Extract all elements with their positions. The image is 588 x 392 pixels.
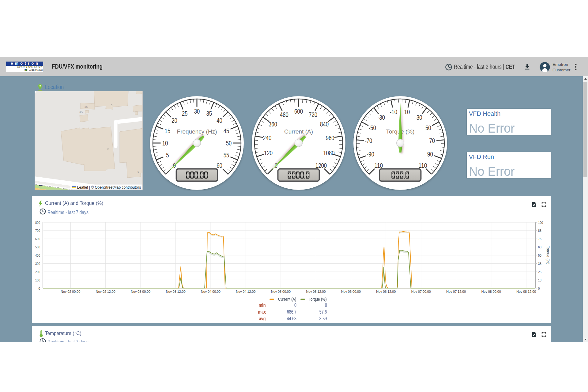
svg-text:110: 110: [419, 162, 427, 169]
svg-text:Frequency (Hz): Frequency (Hz): [177, 128, 217, 135]
svg-text:1200: 1200: [315, 162, 327, 169]
svg-text:50: 50: [425, 124, 431, 132]
svg-text:3C: 3C: [85, 105, 88, 108]
svg-text:960: 960: [326, 134, 334, 142]
svg-text:Nov 03 12:00: Nov 03 12:00: [166, 290, 186, 293]
svg-text:360: 360: [269, 121, 277, 128]
svg-text:-90: -90: [367, 151, 374, 158]
svg-text:88: 88: [538, 229, 541, 232]
svg-text:40: 40: [217, 117, 222, 124]
svg-text:-50: -50: [369, 124, 376, 132]
svg-text:-110: -110: [373, 162, 383, 169]
svg-text:63: 63: [538, 245, 541, 249]
svg-text:5: 5: [166, 152, 169, 159]
svg-text:240: 240: [263, 134, 271, 142]
svg-text:25: 25: [538, 270, 541, 273]
svg-text:50: 50: [226, 140, 232, 147]
svg-text:Nov 08 00:00: Nov 08 00:00: [481, 290, 501, 293]
svg-text:600: 600: [35, 237, 40, 241]
svg-text:Nov 02 12:00: Nov 02 12:00: [96, 290, 115, 293]
svg-text:13: 13: [538, 278, 541, 282]
svg-text:Nov 03 00:00: Nov 03 00:00: [131, 290, 150, 293]
svg-text:300: 300: [35, 262, 40, 265]
svg-text:840: 840: [320, 121, 329, 128]
svg-text:30: 30: [194, 108, 200, 115]
svg-text:50: 50: [538, 254, 541, 257]
svg-text:400: 400: [35, 254, 40, 257]
svg-text:5: 5: [138, 170, 139, 173]
svg-text:35: 35: [206, 110, 212, 117]
svg-text:120: 120: [264, 149, 273, 157]
svg-text:3: 3: [111, 104, 112, 107]
svg-text:10: 10: [404, 108, 410, 116]
svg-text:20: 20: [172, 117, 177, 124]
svg-text:30: 30: [417, 114, 422, 121]
svg-text:Nov 07 00:00: Nov 07 00:00: [411, 290, 431, 293]
svg-text:45: 45: [224, 127, 229, 135]
svg-text:Nov 06 12:00: Nov 06 12:00: [376, 290, 396, 293]
svg-text:15: 15: [165, 127, 171, 135]
svg-text:90: 90: [427, 151, 433, 158]
svg-text:-10: -10: [390, 108, 397, 116]
svg-text:Torque (%): Torque (%): [546, 246, 550, 264]
svg-text:Nov 04 00:00: Nov 04 00:00: [201, 290, 221, 293]
svg-text:38: 38: [538, 262, 541, 265]
svg-text:Nov 02 00:00: Nov 02 00:00: [61, 290, 80, 293]
svg-text:Nov 06 00:00: Nov 06 00:00: [341, 290, 361, 293]
svg-text:Nov 04 12:00: Nov 04 12:00: [236, 290, 256, 293]
svg-text:10: 10: [162, 140, 168, 147]
svg-text:Nov 05 12:00: Nov 05 12:00: [306, 290, 326, 293]
svg-text:-30: -30: [378, 114, 385, 121]
svg-text:600: 600: [294, 108, 303, 115]
svg-text:Leaflet | © OpenStreetMap cont: Leaflet | © OpenStreetMap contributors: [77, 185, 141, 190]
svg-text:720: 720: [309, 111, 317, 119]
svg-text:25: 25: [182, 110, 188, 117]
svg-text:480: 480: [280, 111, 288, 119]
svg-text:70: 70: [429, 137, 435, 145]
svg-text:55: 55: [224, 152, 229, 159]
svg-text:700: 700: [35, 229, 40, 232]
svg-text:-70: -70: [365, 137, 372, 145]
svg-text:Current (A): Current (A): [284, 128, 313, 135]
svg-text:1080: 1080: [323, 149, 334, 157]
svg-text:Nov 08 12:00: Nov 08 12:00: [516, 290, 536, 293]
svg-text:100: 100: [35, 278, 40, 282]
svg-text:0: 0: [39, 286, 40, 290]
svg-text:60: 60: [217, 162, 222, 169]
svg-text:200: 200: [35, 270, 40, 273]
svg-text:3A: 3A: [79, 110, 83, 113]
svg-text:500: 500: [35, 245, 40, 249]
svg-text:100: 100: [538, 221, 543, 224]
svg-text:Nov 05 00:00: Nov 05 00:00: [271, 290, 291, 293]
svg-text:75: 75: [538, 237, 541, 241]
svg-text:0: 0: [538, 286, 540, 290]
svg-text:800: 800: [35, 221, 40, 224]
svg-text:Nov 07 12:00: Nov 07 12:00: [446, 290, 466, 293]
